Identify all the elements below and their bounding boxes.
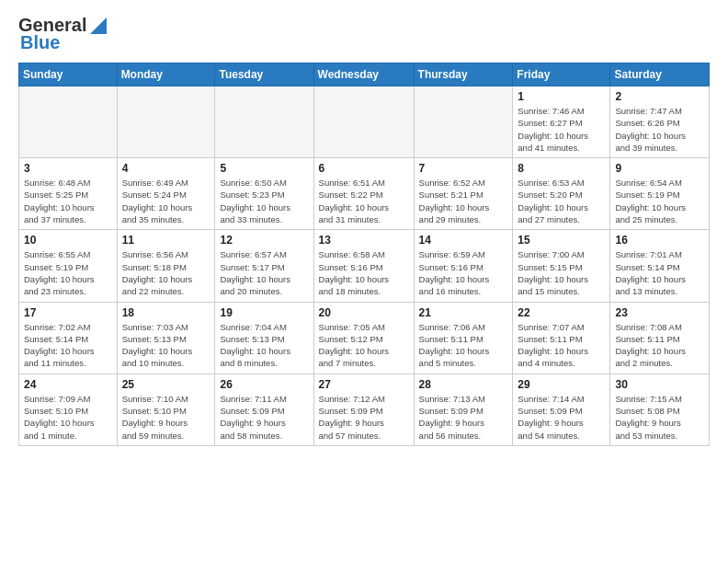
- calendar-cell: 4Sunrise: 6:49 AM Sunset: 5:24 PM Daylig…: [117, 158, 215, 230]
- day-info: Sunrise: 7:07 AM Sunset: 5:11 PM Dayligh…: [518, 321, 605, 370]
- day-info: Sunrise: 6:52 AM Sunset: 5:21 PM Dayligh…: [419, 177, 508, 225]
- day-info: Sunrise: 7:10 AM Sunset: 5:10 PM Dayligh…: [122, 393, 210, 442]
- day-info: Sunrise: 7:47 AM Sunset: 6:26 PM Dayligh…: [615, 105, 704, 154]
- calendar-cell: [313, 86, 414, 158]
- day-number: 20: [319, 306, 409, 319]
- calendar-week-row: 17Sunrise: 7:02 AM Sunset: 5:14 PM Dayli…: [19, 302, 710, 373]
- logo-triangle-icon: [90, 17, 107, 34]
- calendar-cell: 7Sunrise: 6:52 AM Sunset: 5:21 PM Daylig…: [414, 158, 513, 230]
- day-number: 19: [220, 306, 308, 319]
- calendar-week-row: 24Sunrise: 7:09 AM Sunset: 5:10 PM Dayli…: [19, 373, 710, 445]
- logo-blue-text: Blue: [20, 32, 60, 53]
- calendar-cell: 22Sunrise: 7:07 AM Sunset: 5:11 PM Dayli…: [513, 302, 610, 373]
- day-number: 10: [24, 234, 112, 247]
- day-info: Sunrise: 6:55 AM Sunset: 5:19 PM Dayligh…: [24, 248, 112, 297]
- calendar-cell: 23Sunrise: 7:08 AM Sunset: 5:11 PM Dayli…: [610, 302, 710, 373]
- calendar-header-row: SundayMondayTuesdayWednesdayThursdayFrid…: [19, 63, 710, 86]
- day-number: 22: [518, 306, 605, 319]
- weekday-header: Wednesday: [313, 63, 414, 86]
- day-number: 14: [419, 234, 508, 247]
- calendar-cell: 28Sunrise: 7:13 AM Sunset: 5:09 PM Dayli…: [414, 373, 513, 445]
- day-info: Sunrise: 6:50 AM Sunset: 5:23 PM Dayligh…: [220, 177, 308, 225]
- calendar-cell: [117, 86, 215, 158]
- weekday-header: Tuesday: [215, 63, 313, 86]
- day-number: 21: [419, 306, 508, 319]
- calendar-cell: 3Sunrise: 6:48 AM Sunset: 5:25 PM Daylig…: [19, 158, 118, 230]
- day-info: Sunrise: 7:02 AM Sunset: 5:14 PM Dayligh…: [24, 321, 112, 370]
- calendar-cell: 30Sunrise: 7:15 AM Sunset: 5:08 PM Dayli…: [610, 373, 710, 445]
- day-number: 15: [518, 234, 605, 247]
- day-number: 18: [122, 306, 210, 319]
- calendar-cell: 11Sunrise: 6:56 AM Sunset: 5:18 PM Dayli…: [117, 230, 215, 302]
- calendar-cell: 10Sunrise: 6:55 AM Sunset: 5:19 PM Dayli…: [19, 230, 118, 302]
- day-info: Sunrise: 6:54 AM Sunset: 5:19 PM Dayligh…: [615, 177, 704, 225]
- day-number: 9: [615, 162, 704, 175]
- calendar-cell: 26Sunrise: 7:11 AM Sunset: 5:09 PM Dayli…: [215, 373, 313, 445]
- calendar-cell: 12Sunrise: 6:57 AM Sunset: 5:17 PM Dayli…: [215, 230, 313, 302]
- day-number: 4: [122, 162, 210, 175]
- calendar-cell: 19Sunrise: 7:04 AM Sunset: 5:13 PM Dayli…: [215, 302, 313, 373]
- day-info: Sunrise: 7:00 AM Sunset: 5:15 PM Dayligh…: [518, 248, 605, 297]
- calendar-cell: 24Sunrise: 7:09 AM Sunset: 5:10 PM Dayli…: [19, 373, 118, 445]
- calendar: SundayMondayTuesdayWednesdayThursdayFrid…: [18, 63, 710, 446]
- day-number: 17: [24, 306, 112, 319]
- calendar-cell: 15Sunrise: 7:00 AM Sunset: 5:15 PM Dayli…: [513, 230, 610, 302]
- day-number: 16: [615, 234, 704, 247]
- day-number: 6: [319, 162, 409, 175]
- calendar-cell: 21Sunrise: 7:06 AM Sunset: 5:11 PM Dayli…: [414, 302, 513, 373]
- calendar-cell: 29Sunrise: 7:14 AM Sunset: 5:09 PM Dayli…: [513, 373, 610, 445]
- weekday-header: Friday: [513, 63, 610, 86]
- day-info: Sunrise: 6:57 AM Sunset: 5:17 PM Dayligh…: [220, 248, 308, 297]
- day-info: Sunrise: 7:09 AM Sunset: 5:10 PM Dayligh…: [24, 393, 112, 442]
- day-info: Sunrise: 6:59 AM Sunset: 5:16 PM Dayligh…: [419, 248, 508, 297]
- calendar-cell: 17Sunrise: 7:02 AM Sunset: 5:14 PM Dayli…: [19, 302, 118, 373]
- day-number: 5: [220, 162, 308, 175]
- day-number: 3: [24, 162, 112, 175]
- weekday-header: Sunday: [19, 63, 118, 86]
- weekday-header: Monday: [117, 63, 215, 86]
- day-info: Sunrise: 7:14 AM Sunset: 5:09 PM Dayligh…: [518, 393, 605, 442]
- calendar-cell: 6Sunrise: 6:51 AM Sunset: 5:22 PM Daylig…: [313, 158, 414, 230]
- day-number: 26: [220, 378, 308, 391]
- header: General Blue: [18, 15, 710, 53]
- day-number: 27: [319, 378, 409, 391]
- day-info: Sunrise: 6:48 AM Sunset: 5:25 PM Dayligh…: [24, 177, 112, 225]
- day-info: Sunrise: 6:56 AM Sunset: 5:18 PM Dayligh…: [122, 248, 210, 297]
- calendar-cell: 16Sunrise: 7:01 AM Sunset: 5:14 PM Dayli…: [610, 230, 710, 302]
- page: General Blue SundayMondayTuesdayWednesda…: [0, 0, 728, 461]
- calendar-week-row: 10Sunrise: 6:55 AM Sunset: 5:19 PM Dayli…: [19, 230, 710, 302]
- calendar-cell: 5Sunrise: 6:50 AM Sunset: 5:23 PM Daylig…: [215, 158, 313, 230]
- day-info: Sunrise: 7:05 AM Sunset: 5:12 PM Dayligh…: [319, 321, 409, 370]
- calendar-cell: 14Sunrise: 6:59 AM Sunset: 5:16 PM Dayli…: [414, 230, 513, 302]
- calendar-cell: [414, 86, 513, 158]
- day-info: Sunrise: 6:49 AM Sunset: 5:24 PM Dayligh…: [122, 177, 210, 225]
- weekday-header: Thursday: [414, 63, 513, 86]
- calendar-cell: 1Sunrise: 7:46 AM Sunset: 6:27 PM Daylig…: [513, 86, 610, 158]
- day-info: Sunrise: 7:04 AM Sunset: 5:13 PM Dayligh…: [220, 321, 308, 370]
- calendar-cell: 8Sunrise: 6:53 AM Sunset: 5:20 PM Daylig…: [513, 158, 610, 230]
- calendar-cell: 27Sunrise: 7:12 AM Sunset: 5:09 PM Dayli…: [313, 373, 414, 445]
- day-info: Sunrise: 7:01 AM Sunset: 5:14 PM Dayligh…: [615, 248, 704, 297]
- calendar-cell: 2Sunrise: 7:47 AM Sunset: 6:26 PM Daylig…: [610, 86, 710, 158]
- day-info: Sunrise: 7:08 AM Sunset: 5:11 PM Dayligh…: [615, 321, 704, 370]
- calendar-week-row: 1Sunrise: 7:46 AM Sunset: 6:27 PM Daylig…: [19, 86, 710, 158]
- day-info: Sunrise: 7:11 AM Sunset: 5:09 PM Dayligh…: [220, 393, 308, 442]
- day-number: 11: [122, 234, 210, 247]
- day-info: Sunrise: 7:06 AM Sunset: 5:11 PM Dayligh…: [419, 321, 508, 370]
- day-number: 12: [220, 234, 308, 247]
- svg-marker-0: [90, 17, 107, 34]
- calendar-cell: 13Sunrise: 6:58 AM Sunset: 5:16 PM Dayli…: [313, 230, 414, 302]
- day-number: 1: [518, 90, 605, 103]
- calendar-cell: 9Sunrise: 6:54 AM Sunset: 5:19 PM Daylig…: [610, 158, 710, 230]
- day-info: Sunrise: 7:46 AM Sunset: 6:27 PM Dayligh…: [518, 105, 605, 154]
- day-info: Sunrise: 7:12 AM Sunset: 5:09 PM Dayligh…: [319, 393, 409, 442]
- day-info: Sunrise: 7:15 AM Sunset: 5:08 PM Dayligh…: [615, 393, 704, 442]
- calendar-cell: 18Sunrise: 7:03 AM Sunset: 5:13 PM Dayli…: [117, 302, 215, 373]
- day-number: 24: [24, 378, 112, 391]
- day-number: 28: [419, 378, 508, 391]
- day-number: 25: [122, 378, 210, 391]
- day-info: Sunrise: 7:13 AM Sunset: 5:09 PM Dayligh…: [419, 393, 508, 442]
- calendar-cell: [215, 86, 313, 158]
- day-number: 23: [615, 306, 704, 319]
- weekday-header: Saturday: [610, 63, 710, 86]
